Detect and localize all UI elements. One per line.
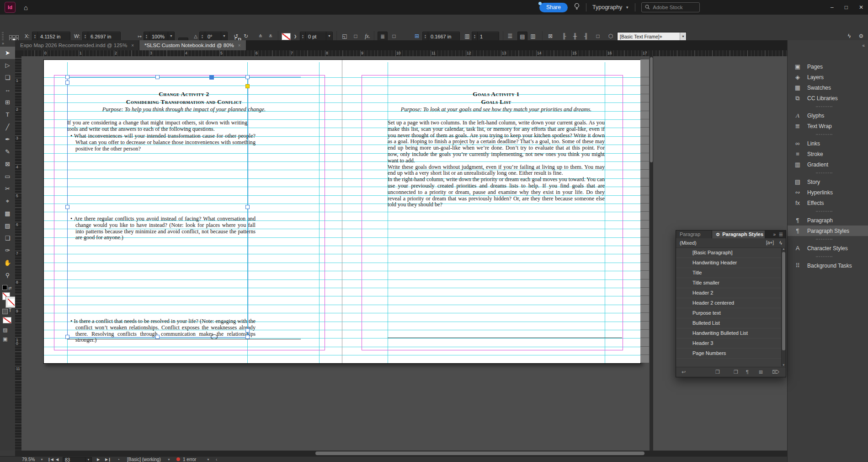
collapse-panel-icon[interactable]: »	[773, 232, 776, 237]
scroll-up-icon[interactable]: ▲	[783, 247, 785, 250]
effects-icon[interactable]: fx.	[363, 32, 372, 41]
new-style-icon[interactable]: ⊞	[759, 367, 763, 377]
dock-item-effects[interactable]: fx Effects	[788, 198, 868, 208]
chevron-down-icon[interactable]: ▼	[167, 457, 170, 462]
align-right-icon[interactable]: ╢	[581, 32, 591, 41]
chevron-down-icon[interactable]: ▼	[85, 457, 91, 462]
character-override-icon[interactable]: [a+]	[766, 238, 774, 247]
gap-tool[interactable]: ↔	[0, 84, 15, 96]
note-tool[interactable]: ❑	[0, 232, 15, 244]
tab-paragraph-styles[interactable]: ≎ Paragraph Styles	[712, 231, 765, 238]
workspace-switcher[interactable]: Typography▼	[592, 4, 629, 11]
toolbar-expand-icon[interactable]: »	[0, 40, 15, 47]
align-center-icon[interactable]: ╫	[570, 32, 580, 41]
rectangle-tool[interactable]: ▭	[0, 170, 15, 183]
stepper-icon[interactable]: ▲▼	[144, 32, 149, 41]
chevron-down-icon[interactable]: ▼	[168, 32, 174, 41]
horizontal-scrollbar[interactable]	[15, 451, 787, 456]
first-page-button[interactable]: ❙◀	[48, 457, 53, 462]
selection-handle-top-center[interactable]	[155, 75, 160, 79]
dock-item-links[interactable]: ∞ Links	[788, 138, 868, 149]
select-content-icon[interactable]: ≚	[266, 32, 275, 41]
formatting-affects-text-icon[interactable]: T	[9, 308, 11, 313]
stepper-icon[interactable]: ▲▼	[423, 32, 428, 41]
pencil-tool[interactable]: ✎	[0, 145, 15, 158]
previous-page-button[interactable]: ◀	[56, 457, 59, 462]
bullet-list-icon[interactable]: ☰	[506, 32, 515, 41]
scissors-tool[interactable]: ✂	[0, 183, 15, 195]
selected-text-frame[interactable]	[67, 77, 248, 338]
style-list-item[interactable]: [Basic Paragraph]	[676, 248, 786, 258]
selection-handle-top-left[interactable]	[65, 75, 69, 79]
direct-selection-tool[interactable]: ▷	[0, 59, 15, 71]
scrollbar-thumb[interactable]	[650, 57, 653, 162]
dock-item-pages[interactable]: ▣ Pages	[788, 61, 868, 72]
dock-item-cc-libraries[interactable]: ⧉ CC Libraries	[788, 93, 868, 103]
dock-item-background-tasks[interactable]: ⠿ Background Tasks	[788, 260, 868, 271]
swap-swatches-icon[interactable]: ⇄	[8, 286, 12, 290]
close-icon[interactable]: ×	[131, 43, 134, 48]
dock-item-hyperlinks[interactable]: ∾ Hyperlinks	[788, 187, 868, 198]
frame-edge-handle[interactable]	[245, 328, 250, 333]
maximize-button[interactable]: □	[845, 4, 848, 11]
zoom-level-value[interactable]: 79.5%	[22, 457, 35, 462]
frame-fitting-icon[interactable]: ⊠	[546, 32, 555, 41]
dock-item-glyphs[interactable]: A Glyphs	[788, 110, 868, 121]
selection-anchor-point[interactable]	[209, 75, 214, 80]
corner-options-icon[interactable]: ◱	[340, 32, 349, 41]
dock-item-story[interactable]: ▤ Story	[788, 177, 868, 187]
right-page-body[interactable]: Set up a page with two columns. In the l…	[388, 120, 605, 208]
align-left-icon[interactable]: ╟	[559, 32, 569, 41]
auto-fit-icon[interactable]: ⊞	[412, 32, 421, 41]
tab-expo-map[interactable]: Expo Map 2026 Recommended.indd @ 125% ×	[15, 40, 139, 50]
quick-apply-icon[interactable]: ϟ	[779, 238, 782, 247]
formatting-affects-container-icon[interactable]	[2, 309, 8, 314]
no-wrap-icon[interactable]: □	[389, 32, 399, 41]
canvas[interactable]: Change Activity 2 Considering Transforma…	[21, 56, 787, 451]
page-spread[interactable]: Change Activity 2 Considering Transforma…	[43, 59, 641, 364]
style-list-item[interactable]: Handwriting Header	[676, 258, 786, 268]
close-button[interactable]: ✕	[859, 4, 863, 11]
style-list-item[interactable]: Title smaller	[676, 278, 786, 288]
chevron-down-icon[interactable]: ▼	[40, 457, 43, 462]
selection-handle-bottom-left[interactable]	[65, 335, 69, 339]
error-count-value[interactable]: 1 error	[183, 457, 196, 462]
hand-tool[interactable]: ✋	[0, 257, 15, 269]
scroll-down-icon[interactable]: ▼	[783, 364, 785, 366]
page-number-field[interactable]: 83▼	[63, 457, 92, 462]
share-button[interactable]: Share	[539, 3, 568, 12]
stepper-icon[interactable]: ▲▼	[83, 32, 88, 41]
object-style-dropdown[interactable]: [Basic Text Frame]+▼	[617, 32, 687, 41]
dock-item-paragraph[interactable]: ¶ Paragraph	[788, 215, 868, 226]
tab-slsc-notebook[interactable]: *SLSC Custom Notebook.indd @ 80% ×	[139, 40, 246, 50]
style-list-item[interactable]: Bulleted List	[676, 318, 786, 328]
next-page-button[interactable]: ▶	[97, 457, 100, 462]
screen-mode-icon[interactable]: ▣	[3, 336, 7, 342]
vertical-ruler[interactable]: 1234567891011	[15, 56, 22, 451]
chevron-down-icon[interactable]: ▼	[680, 32, 686, 41]
tab-paragraph[interactable]: Paragrap	[676, 231, 712, 238]
selection-handle-mid-left[interactable]	[65, 205, 69, 209]
stroke-flyout-icon[interactable]: ❯	[291, 32, 300, 41]
style-list-item[interactable]: Purpose text	[676, 308, 786, 318]
minimize-button[interactable]: –	[831, 4, 834, 11]
apply-none-button[interactable]	[3, 317, 11, 323]
scroll-left-icon[interactable]: ‹	[216, 457, 217, 462]
clear-overrides-icon[interactable]: ¶	[746, 367, 749, 377]
style-mapping-icon[interactable]: ↩	[682, 367, 686, 377]
selection-handle-mid-right[interactable]	[245, 205, 250, 209]
style-list-item[interactable]: Header 3	[676, 338, 786, 349]
style-list-item[interactable]: Page Numbers	[676, 349, 786, 359]
indesign-logo[interactable]: Id	[5, 2, 16, 13]
dock-item-paragraph-styles[interactable]: ¶ Paragraph Styles	[788, 226, 868, 236]
dock-item-gradient[interactable]: ▥ Gradient	[788, 159, 868, 170]
pen-tool[interactable]: ✒	[0, 133, 15, 145]
frame-tool[interactable]: ⊠	[0, 158, 15, 170]
type-tool[interactable]: T	[0, 108, 15, 121]
baseline-options-icon[interactable]: ▥	[528, 32, 538, 41]
text-out-port[interactable]	[211, 334, 218, 339]
style-list-item[interactable]: Header 2	[676, 288, 786, 298]
chevron-down-icon[interactable]: ▼	[207, 457, 210, 462]
object-style-icon[interactable]: ⬡	[606, 32, 615, 41]
folder-icon[interactable]: ❐	[734, 367, 738, 377]
